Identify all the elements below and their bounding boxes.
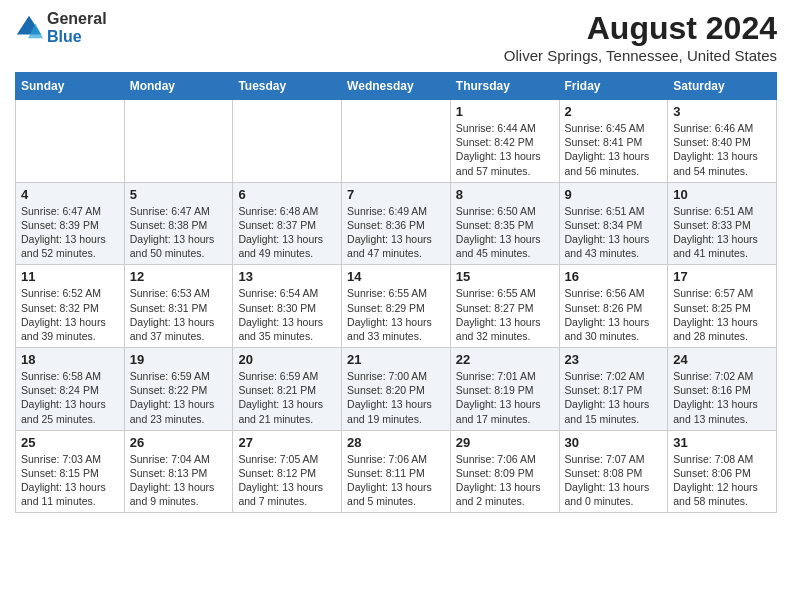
- day-number: 31: [673, 435, 771, 450]
- month-year-title: August 2024: [504, 10, 777, 47]
- calendar-cell: 3Sunrise: 6:46 AM Sunset: 8:40 PM Daylig…: [668, 100, 777, 183]
- day-number: 28: [347, 435, 445, 450]
- calendar-table: SundayMondayTuesdayWednesdayThursdayFrid…: [15, 72, 777, 513]
- day-info: Sunrise: 6:46 AM Sunset: 8:40 PM Dayligh…: [673, 121, 771, 178]
- day-number: 21: [347, 352, 445, 367]
- calendar-cell: [233, 100, 342, 183]
- day-info: Sunrise: 6:53 AM Sunset: 8:31 PM Dayligh…: [130, 286, 228, 343]
- day-info: Sunrise: 6:54 AM Sunset: 8:30 PM Dayligh…: [238, 286, 336, 343]
- calendar-cell: 19Sunrise: 6:59 AM Sunset: 8:22 PM Dayli…: [124, 348, 233, 431]
- day-info: Sunrise: 6:51 AM Sunset: 8:34 PM Dayligh…: [565, 204, 663, 261]
- day-info: Sunrise: 7:08 AM Sunset: 8:06 PM Dayligh…: [673, 452, 771, 509]
- day-info: Sunrise: 6:50 AM Sunset: 8:35 PM Dayligh…: [456, 204, 554, 261]
- day-number: 15: [456, 269, 554, 284]
- day-number: 8: [456, 187, 554, 202]
- day-number: 19: [130, 352, 228, 367]
- day-number: 4: [21, 187, 119, 202]
- day-number: 27: [238, 435, 336, 450]
- calendar-cell: 21Sunrise: 7:00 AM Sunset: 8:20 PM Dayli…: [342, 348, 451, 431]
- calendar-cell: 14Sunrise: 6:55 AM Sunset: 8:29 PM Dayli…: [342, 265, 451, 348]
- calendar-cell: 12Sunrise: 6:53 AM Sunset: 8:31 PM Dayli…: [124, 265, 233, 348]
- day-number: 11: [21, 269, 119, 284]
- calendar-week-row: 11Sunrise: 6:52 AM Sunset: 8:32 PM Dayli…: [16, 265, 777, 348]
- calendar-cell: 6Sunrise: 6:48 AM Sunset: 8:37 PM Daylig…: [233, 182, 342, 265]
- column-header-sunday: Sunday: [16, 73, 125, 100]
- day-info: Sunrise: 6:48 AM Sunset: 8:37 PM Dayligh…: [238, 204, 336, 261]
- day-number: 16: [565, 269, 663, 284]
- calendar-cell: 7Sunrise: 6:49 AM Sunset: 8:36 PM Daylig…: [342, 182, 451, 265]
- day-info: Sunrise: 6:52 AM Sunset: 8:32 PM Dayligh…: [21, 286, 119, 343]
- day-number: 3: [673, 104, 771, 119]
- calendar-cell: 30Sunrise: 7:07 AM Sunset: 8:08 PM Dayli…: [559, 430, 668, 513]
- day-number: 2: [565, 104, 663, 119]
- day-info: Sunrise: 7:04 AM Sunset: 8:13 PM Dayligh…: [130, 452, 228, 509]
- day-number: 22: [456, 352, 554, 367]
- day-info: Sunrise: 7:07 AM Sunset: 8:08 PM Dayligh…: [565, 452, 663, 509]
- calendar-cell: 15Sunrise: 6:55 AM Sunset: 8:27 PM Dayli…: [450, 265, 559, 348]
- day-info: Sunrise: 7:02 AM Sunset: 8:16 PM Dayligh…: [673, 369, 771, 426]
- calendar-cell: 4Sunrise: 6:47 AM Sunset: 8:39 PM Daylig…: [16, 182, 125, 265]
- day-info: Sunrise: 6:56 AM Sunset: 8:26 PM Dayligh…: [565, 286, 663, 343]
- day-info: Sunrise: 6:58 AM Sunset: 8:24 PM Dayligh…: [21, 369, 119, 426]
- column-header-thursday: Thursday: [450, 73, 559, 100]
- calendar-cell: 25Sunrise: 7:03 AM Sunset: 8:15 PM Dayli…: [16, 430, 125, 513]
- calendar-cell: 17Sunrise: 6:57 AM Sunset: 8:25 PM Dayli…: [668, 265, 777, 348]
- calendar-week-row: 18Sunrise: 6:58 AM Sunset: 8:24 PM Dayli…: [16, 348, 777, 431]
- calendar-cell: 28Sunrise: 7:06 AM Sunset: 8:11 PM Dayli…: [342, 430, 451, 513]
- day-number: 13: [238, 269, 336, 284]
- day-info: Sunrise: 7:06 AM Sunset: 8:11 PM Dayligh…: [347, 452, 445, 509]
- day-info: Sunrise: 6:51 AM Sunset: 8:33 PM Dayligh…: [673, 204, 771, 261]
- calendar-cell: 16Sunrise: 6:56 AM Sunset: 8:26 PM Dayli…: [559, 265, 668, 348]
- day-info: Sunrise: 7:05 AM Sunset: 8:12 PM Dayligh…: [238, 452, 336, 509]
- calendar-cell: 27Sunrise: 7:05 AM Sunset: 8:12 PM Dayli…: [233, 430, 342, 513]
- logo: General Blue: [15, 10, 107, 45]
- location-subtitle: Oliver Springs, Tennessee, United States: [504, 47, 777, 64]
- day-number: 26: [130, 435, 228, 450]
- calendar-cell: 10Sunrise: 6:51 AM Sunset: 8:33 PM Dayli…: [668, 182, 777, 265]
- day-info: Sunrise: 7:00 AM Sunset: 8:20 PM Dayligh…: [347, 369, 445, 426]
- day-number: 24: [673, 352, 771, 367]
- column-header-wednesday: Wednesday: [342, 73, 451, 100]
- calendar-week-row: 1Sunrise: 6:44 AM Sunset: 8:42 PM Daylig…: [16, 100, 777, 183]
- logo-icon: [15, 14, 43, 42]
- day-info: Sunrise: 6:49 AM Sunset: 8:36 PM Dayligh…: [347, 204, 445, 261]
- day-number: 9: [565, 187, 663, 202]
- day-number: 30: [565, 435, 663, 450]
- calendar-cell: [124, 100, 233, 183]
- day-info: Sunrise: 6:55 AM Sunset: 8:27 PM Dayligh…: [456, 286, 554, 343]
- day-number: 20: [238, 352, 336, 367]
- calendar-cell: 8Sunrise: 6:50 AM Sunset: 8:35 PM Daylig…: [450, 182, 559, 265]
- day-number: 6: [238, 187, 336, 202]
- day-info: Sunrise: 6:47 AM Sunset: 8:38 PM Dayligh…: [130, 204, 228, 261]
- column-header-friday: Friday: [559, 73, 668, 100]
- day-number: 7: [347, 187, 445, 202]
- day-number: 12: [130, 269, 228, 284]
- calendar-cell: 1Sunrise: 6:44 AM Sunset: 8:42 PM Daylig…: [450, 100, 559, 183]
- day-info: Sunrise: 7:02 AM Sunset: 8:17 PM Dayligh…: [565, 369, 663, 426]
- calendar-cell: 5Sunrise: 6:47 AM Sunset: 8:38 PM Daylig…: [124, 182, 233, 265]
- calendar-cell: 20Sunrise: 6:59 AM Sunset: 8:21 PM Dayli…: [233, 348, 342, 431]
- calendar-cell: 18Sunrise: 6:58 AM Sunset: 8:24 PM Dayli…: [16, 348, 125, 431]
- day-number: 29: [456, 435, 554, 450]
- day-info: Sunrise: 7:01 AM Sunset: 8:19 PM Dayligh…: [456, 369, 554, 426]
- title-block: August 2024 Oliver Springs, Tennessee, U…: [504, 10, 777, 64]
- logo-blue-text: Blue: [47, 28, 107, 46]
- day-info: Sunrise: 6:59 AM Sunset: 8:21 PM Dayligh…: [238, 369, 336, 426]
- day-number: 23: [565, 352, 663, 367]
- calendar-cell: 9Sunrise: 6:51 AM Sunset: 8:34 PM Daylig…: [559, 182, 668, 265]
- calendar-cell: 26Sunrise: 7:04 AM Sunset: 8:13 PM Dayli…: [124, 430, 233, 513]
- calendar-cell: 13Sunrise: 6:54 AM Sunset: 8:30 PM Dayli…: [233, 265, 342, 348]
- column-header-tuesday: Tuesday: [233, 73, 342, 100]
- day-info: Sunrise: 7:06 AM Sunset: 8:09 PM Dayligh…: [456, 452, 554, 509]
- day-info: Sunrise: 6:45 AM Sunset: 8:41 PM Dayligh…: [565, 121, 663, 178]
- column-header-saturday: Saturday: [668, 73, 777, 100]
- day-info: Sunrise: 6:55 AM Sunset: 8:29 PM Dayligh…: [347, 286, 445, 343]
- day-number: 1: [456, 104, 554, 119]
- calendar-week-row: 25Sunrise: 7:03 AM Sunset: 8:15 PM Dayli…: [16, 430, 777, 513]
- day-number: 5: [130, 187, 228, 202]
- day-info: Sunrise: 6:59 AM Sunset: 8:22 PM Dayligh…: [130, 369, 228, 426]
- calendar-week-row: 4Sunrise: 6:47 AM Sunset: 8:39 PM Daylig…: [16, 182, 777, 265]
- day-info: Sunrise: 6:57 AM Sunset: 8:25 PM Dayligh…: [673, 286, 771, 343]
- day-number: 14: [347, 269, 445, 284]
- calendar-cell: 11Sunrise: 6:52 AM Sunset: 8:32 PM Dayli…: [16, 265, 125, 348]
